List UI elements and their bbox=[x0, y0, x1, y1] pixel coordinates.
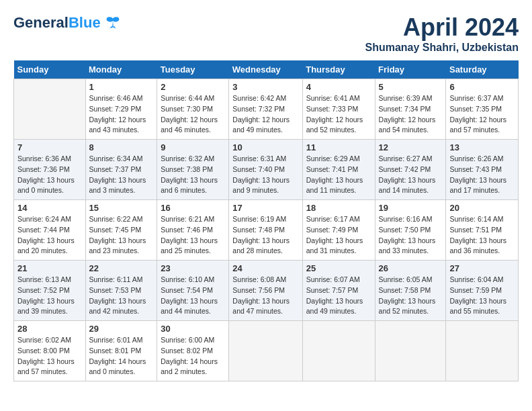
daylight-text: Daylight: 13 hours and 3 minutes. bbox=[89, 175, 154, 197]
logo: GeneralBlue bbox=[13, 13, 122, 32]
day-number: 24 bbox=[232, 263, 298, 273]
day-info: Sunrise: 6:10 AMSunset: 7:54 PMDaylight:… bbox=[161, 275, 225, 317]
calendar-cell bbox=[14, 79, 86, 140]
sunrise-text: Sunrise: 6:22 AM bbox=[89, 214, 154, 225]
day-of-week-header: Thursday bbox=[302, 60, 375, 79]
day-number: 22 bbox=[89, 263, 154, 273]
daylight-text: Daylight: 13 hours and 11 minutes. bbox=[306, 175, 371, 197]
sunset-text: Sunset: 7:40 PM bbox=[232, 165, 298, 175]
day-info: Sunrise: 6:24 AMSunset: 7:44 PMDaylight:… bbox=[17, 214, 82, 257]
daylight-text: Daylight: 13 hours and 25 minutes. bbox=[161, 236, 225, 257]
sunrise-text: Sunrise: 6:13 AM bbox=[17, 275, 82, 285]
calendar-cell: 26Sunrise: 6:05 AMSunset: 7:58 PMDayligh… bbox=[375, 261, 446, 321]
sunrise-text: Sunrise: 6:01 AM bbox=[89, 335, 154, 346]
day-number: 5 bbox=[379, 82, 443, 92]
title-block: April 2024 Shumanay Shahri, Uzbekistan bbox=[365, 13, 519, 54]
sunrise-text: Sunrise: 6:41 AM bbox=[306, 93, 371, 104]
logo-text: GeneralBlue bbox=[13, 14, 101, 32]
day-number: 29 bbox=[89, 324, 154, 334]
sunset-text: Sunset: 7:46 PM bbox=[161, 225, 225, 236]
daylight-text: Daylight: 13 hours and 42 minutes. bbox=[89, 296, 154, 318]
daylight-text: Daylight: 13 hours and 23 minutes. bbox=[89, 236, 154, 257]
calendar-cell: 1Sunrise: 6:46 AMSunset: 7:29 PMDaylight… bbox=[85, 79, 157, 140]
sunrise-text: Sunrise: 6:11 AM bbox=[89, 275, 154, 285]
day-number: 20 bbox=[449, 203, 515, 213]
sunset-text: Sunset: 7:38 PM bbox=[161, 165, 225, 175]
sunset-text: Sunset: 7:35 PM bbox=[449, 104, 515, 115]
sunset-text: Sunset: 7:52 PM bbox=[17, 285, 82, 296]
sunrise-text: Sunrise: 6:29 AM bbox=[306, 154, 371, 165]
day-info: Sunrise: 6:46 AMSunset: 7:29 PMDaylight:… bbox=[89, 93, 154, 136]
day-info: Sunrise: 6:31 AMSunset: 7:40 PMDaylight:… bbox=[232, 154, 298, 196]
day-info: Sunrise: 6:44 AMSunset: 7:30 PMDaylight:… bbox=[161, 93, 225, 136]
calendar-cell: 20Sunrise: 6:14 AMSunset: 7:51 PMDayligh… bbox=[446, 200, 519, 261]
calendar-cell: 14Sunrise: 6:24 AMSunset: 7:44 PMDayligh… bbox=[14, 200, 86, 261]
day-info: Sunrise: 6:26 AMSunset: 7:43 PMDaylight:… bbox=[449, 154, 515, 196]
daylight-text: Daylight: 13 hours and 47 minutes. bbox=[232, 296, 298, 318]
day-info: Sunrise: 6:42 AMSunset: 7:32 PMDaylight:… bbox=[232, 93, 298, 136]
day-of-week-header: Friday bbox=[375, 60, 446, 79]
calendar-cell bbox=[446, 321, 519, 381]
daylight-text: Daylight: 12 hours and 57 minutes. bbox=[449, 115, 515, 136]
sunset-text: Sunset: 8:02 PM bbox=[161, 346, 225, 357]
sunset-text: Sunset: 8:01 PM bbox=[89, 346, 154, 357]
day-info: Sunrise: 6:19 AMSunset: 7:48 PMDaylight:… bbox=[232, 214, 298, 257]
sunset-text: Sunset: 7:56 PM bbox=[232, 285, 298, 296]
daylight-text: Daylight: 12 hours and 54 minutes. bbox=[379, 115, 443, 136]
calendar-cell: 9Sunrise: 6:32 AMSunset: 7:38 PMDaylight… bbox=[157, 140, 229, 200]
day-info: Sunrise: 6:17 AMSunset: 7:49 PMDaylight:… bbox=[306, 214, 371, 257]
day-info: Sunrise: 6:08 AMSunset: 7:56 PMDaylight:… bbox=[232, 275, 298, 317]
calendar-cell: 29Sunrise: 6:01 AMSunset: 8:01 PMDayligh… bbox=[85, 321, 157, 381]
sunset-text: Sunset: 7:34 PM bbox=[379, 104, 443, 115]
sunrise-text: Sunrise: 6:19 AM bbox=[232, 214, 298, 225]
week-row: 7Sunrise: 6:36 AMSunset: 7:36 PMDaylight… bbox=[14, 140, 519, 200]
calendar-cell: 24Sunrise: 6:08 AMSunset: 7:56 PMDayligh… bbox=[229, 261, 302, 321]
calendar-cell bbox=[375, 321, 446, 381]
calendar-cell: 23Sunrise: 6:10 AMSunset: 7:54 PMDayligh… bbox=[157, 261, 229, 321]
daylight-text: Daylight: 13 hours and 33 minutes. bbox=[379, 236, 443, 257]
sunrise-text: Sunrise: 6:34 AM bbox=[89, 154, 154, 165]
calendar-cell: 10Sunrise: 6:31 AMSunset: 7:40 PMDayligh… bbox=[229, 140, 302, 200]
daylight-text: Daylight: 13 hours and 39 minutes. bbox=[17, 296, 82, 318]
day-of-week-header: Tuesday bbox=[157, 60, 229, 79]
month-year-title: April 2024 bbox=[365, 13, 519, 42]
sunset-text: Sunset: 7:48 PM bbox=[232, 225, 298, 236]
sunrise-text: Sunrise: 6:36 AM bbox=[17, 154, 82, 165]
day-info: Sunrise: 6:37 AMSunset: 7:35 PMDaylight:… bbox=[449, 93, 515, 136]
day-number: 18 bbox=[306, 203, 371, 213]
calendar-cell: 18Sunrise: 6:17 AMSunset: 7:49 PMDayligh… bbox=[302, 200, 375, 261]
sunrise-text: Sunrise: 6:24 AM bbox=[17, 214, 82, 225]
day-number: 19 bbox=[379, 203, 443, 213]
daylight-text: Daylight: 13 hours and 0 minutes. bbox=[17, 175, 82, 197]
day-number: 3 bbox=[232, 82, 298, 92]
day-number: 1 bbox=[89, 82, 154, 92]
day-number: 16 bbox=[161, 203, 225, 213]
day-info: Sunrise: 6:39 AMSunset: 7:34 PMDaylight:… bbox=[379, 93, 443, 136]
daylight-text: Daylight: 13 hours and 14 minutes. bbox=[379, 175, 443, 197]
sunset-text: Sunset: 7:43 PM bbox=[449, 165, 515, 175]
daylight-text: Daylight: 13 hours and 44 minutes. bbox=[161, 296, 225, 318]
sunset-text: Sunset: 7:30 PM bbox=[161, 104, 225, 115]
sunset-text: Sunset: 7:33 PM bbox=[306, 104, 371, 115]
sunset-text: Sunset: 7:51 PM bbox=[449, 225, 515, 236]
calendar-cell bbox=[229, 321, 302, 381]
daylight-text: Daylight: 13 hours and 28 minutes. bbox=[232, 236, 298, 257]
day-number: 30 bbox=[161, 324, 225, 334]
calendar-cell: 16Sunrise: 6:21 AMSunset: 7:46 PMDayligh… bbox=[157, 200, 229, 261]
day-info: Sunrise: 6:34 AMSunset: 7:37 PMDaylight:… bbox=[89, 154, 154, 196]
logo-bird-icon bbox=[103, 13, 122, 32]
day-info: Sunrise: 6:36 AMSunset: 7:36 PMDaylight:… bbox=[17, 154, 82, 196]
calendar-table: SundayMondayTuesdayWednesdayThursdayFrid… bbox=[13, 60, 519, 381]
calendar-cell: 11Sunrise: 6:29 AMSunset: 7:41 PMDayligh… bbox=[302, 140, 375, 200]
daylight-text: Daylight: 13 hours and 57 minutes. bbox=[17, 357, 82, 378]
daylight-text: Daylight: 13 hours and 31 minutes. bbox=[306, 236, 371, 257]
sunrise-text: Sunrise: 6:39 AM bbox=[379, 93, 443, 104]
sunrise-text: Sunrise: 6:27 AM bbox=[379, 154, 443, 165]
sunset-text: Sunset: 7:53 PM bbox=[89, 285, 154, 296]
day-number: 13 bbox=[449, 142, 515, 152]
day-info: Sunrise: 6:27 AMSunset: 7:42 PMDaylight:… bbox=[379, 154, 443, 196]
sunset-text: Sunset: 7:44 PM bbox=[17, 225, 82, 236]
calendar-cell: 8Sunrise: 6:34 AMSunset: 7:37 PMDaylight… bbox=[85, 140, 157, 200]
day-info: Sunrise: 6:13 AMSunset: 7:52 PMDaylight:… bbox=[17, 275, 82, 317]
day-number: 28 bbox=[17, 324, 82, 334]
